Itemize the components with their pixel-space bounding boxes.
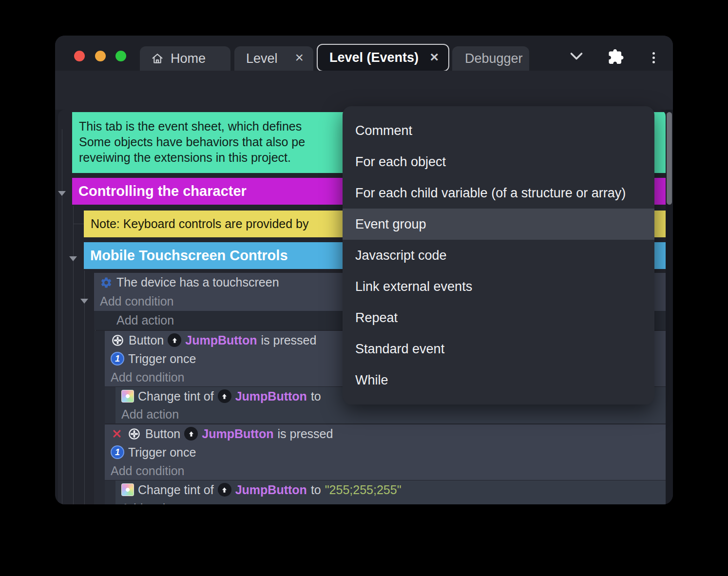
home-icon [151,52,164,65]
jumpbutton-object-icon [184,427,198,441]
minimize-window-button[interactable] [95,51,106,61]
close-tab-icon[interactable]: × [290,50,313,67]
object-instance: JumpButton [185,333,257,347]
more-kebab-icon[interactable] [652,50,655,65]
desktop: Home Level × Level (Events) × Debugger [0,0,728,576]
object-instance: JumpButton [235,389,307,403]
tree-guide [62,129,62,504]
jumpbutton-object-icon [218,483,231,497]
object-instance: JumpButton [235,483,307,497]
extensions-puzzle-icon[interactable] [607,48,624,65]
tab-home[interactable]: Home [140,46,230,71]
action-text: to [311,483,321,497]
condition-object: Button [129,333,164,347]
trigger-once-icon: 1 [111,352,124,365]
inverted-condition-icon [111,427,123,440]
tab-label: Home [171,51,206,66]
close-tab-icon[interactable]: × [425,50,448,66]
collapse-triangle-icon[interactable] [80,299,88,304]
tree-tick [73,224,84,224]
vertical-scrollbar[interactable] [666,110,673,504]
collapse-triangle-icon[interactable] [58,191,66,196]
device-gear-icon [100,276,113,289]
tint-icon [121,483,134,496]
action-change-tint-2[interactable]: Change tint of JumpButton to "255;255;25… [115,480,666,504]
event-jumpbutton-pressed-2[interactable]: Button JumpButton is pressed 1 Trigger o… [105,424,666,480]
menu-item-standard-event[interactable]: Standard event [343,333,654,365]
menu-item-javascript-code[interactable]: Javascript code [343,240,654,271]
menu-item-repeat[interactable]: Repeat [343,302,654,333]
add-action-link[interactable]: Add action [115,405,666,423]
tree-guide [84,270,85,504]
menu-item-event-group[interactable]: Event group [343,209,654,240]
condition-text: Trigger once [128,445,196,460]
add-action-link[interactable]: Add action [115,499,666,504]
tab-label: Level (Events) [329,50,419,65]
trigger-once-icon: 1 [111,445,124,459]
collapse-triangle-icon[interactable] [69,256,77,261]
scrollbar-thumb[interactable] [667,112,672,205]
condition-predicate: is pressed [261,333,316,347]
construct-window: Home Level × Level (Events) × Debugger [55,36,673,504]
jumpbutton-object-icon [168,333,181,347]
menu-item-for-each-object[interactable]: For each object [343,146,654,177]
add-condition-link[interactable]: Add condition [105,461,666,480]
gamepad-icon [127,427,141,441]
action-text: Change tint of [138,389,214,403]
toolbar [55,71,673,110]
action-text: Change tint of [138,483,214,497]
object-instance: JumpButton [202,427,273,441]
condition-object: Button [145,427,180,441]
note-text: Note: Keyboard controls are provided by [91,217,308,231]
event-margin [94,331,105,504]
condition-predicate: is pressed [277,427,333,441]
tree-guide [73,206,74,504]
menu-item-while[interactable]: While [343,365,654,396]
close-window-button[interactable] [74,51,85,61]
tab-label: Level [246,51,278,66]
titlebar: Home Level × Level (Events) × Debugger [55,36,673,71]
event-margin [105,480,115,504]
tint-icon [121,390,134,403]
event-margin [105,387,115,423]
menu-item-comment[interactable]: Comment [343,115,654,146]
tab-label: Debugger [465,51,523,66]
tab-level-events[interactable]: Level (Events) × [317,44,449,72]
zoom-window-button[interactable] [115,51,126,61]
menu-item-link-external-events[interactable]: Link external events [343,271,654,302]
tab-debugger[interactable]: Debugger [452,46,529,71]
condition-text: The device has a touchscreen [116,275,279,289]
tab-level[interactable]: Level × [234,46,313,71]
condition-text: Trigger once [128,352,196,366]
menu-item-for-each-child-variable[interactable]: For each child variable (of a structure … [343,177,654,209]
tab-list-chevron-icon[interactable] [568,49,585,64]
add-event-context-menu: Comment For each object For each child v… [343,106,654,404]
jumpbutton-object-icon [218,389,231,403]
action-text: to [311,389,321,403]
gamepad-icon [111,333,125,347]
action-value: "255;255;255" [325,483,402,497]
